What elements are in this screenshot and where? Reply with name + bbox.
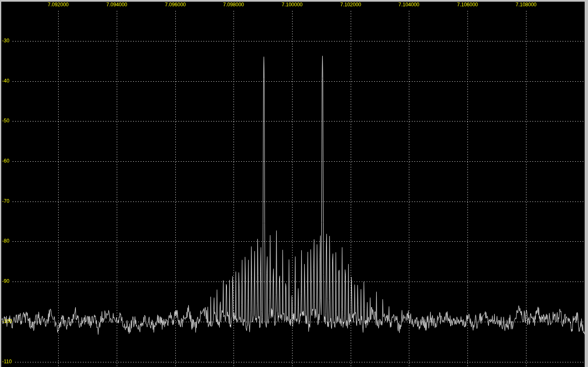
spectrum-plot-canvas bbox=[0, 0, 588, 367]
amplitude-tick-label: -70 bbox=[2, 199, 9, 204]
frequency-tick-label: 7.092000 bbox=[48, 2, 69, 8]
amplitude-tick-label: -110 bbox=[2, 359, 12, 364]
frequency-tick-label: 7.094000 bbox=[106, 2, 127, 8]
amplitude-tick-label: -90 bbox=[2, 279, 9, 284]
frequency-tick-label: 7.102000 bbox=[340, 2, 361, 8]
amplitude-tick-label: -30 bbox=[2, 38, 9, 44]
frequency-tick-label: 7.106000 bbox=[457, 2, 478, 8]
amplitude-tick-label: -100 bbox=[2, 319, 12, 324]
frequency-tick-label: 7.104000 bbox=[398, 2, 419, 8]
amplitude-tick-label: -50 bbox=[2, 118, 9, 124]
spectrum-analyzer-window: 7.0920007.0940007.0960007.0980007.100000… bbox=[0, 0, 588, 367]
frequency-tick-label: 7.108000 bbox=[516, 2, 537, 8]
amplitude-tick-label: -80 bbox=[2, 238, 9, 244]
frequency-tick-label: 7.100000 bbox=[282, 2, 303, 8]
frequency-tick-label: 7.098000 bbox=[223, 2, 244, 8]
amplitude-tick-label: -60 bbox=[2, 158, 9, 164]
frequency-tick-label: 7.096000 bbox=[165, 2, 186, 8]
amplitude-tick-label: -40 bbox=[2, 78, 9, 84]
